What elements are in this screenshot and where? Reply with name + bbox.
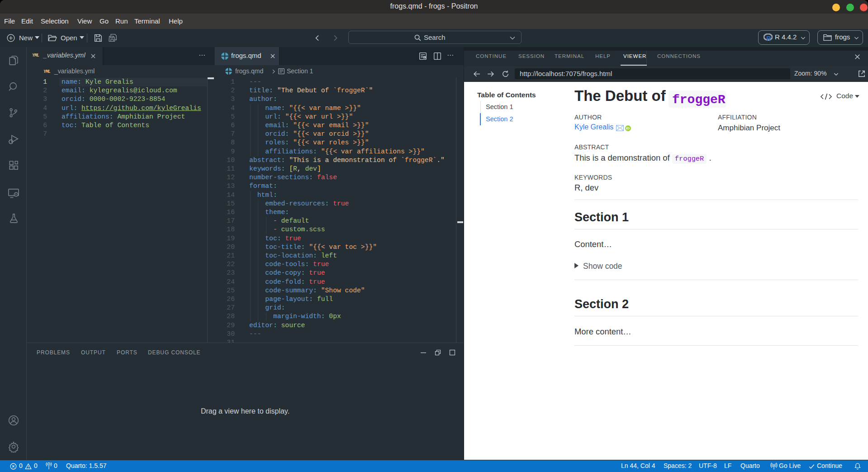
svg-text:iD: iD — [626, 126, 630, 130]
svg-text:R: R — [766, 35, 771, 41]
